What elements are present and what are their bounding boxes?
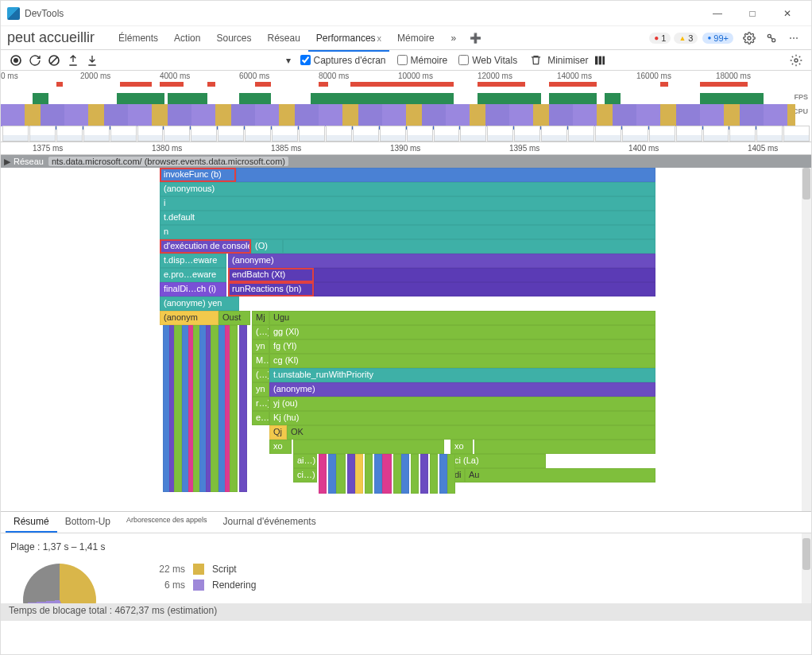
flame-bar[interactable]: (anonymous)	[160, 182, 655, 196]
tab-réseau[interactable]: Réseau	[259, 28, 307, 48]
clear-button[interactable]	[47, 53, 61, 68]
webvitals-checkbox[interactable]: Web Vitals	[458, 55, 517, 66]
filmstrip-thumb[interactable]	[756, 126, 783, 141]
filmstrip-thumb[interactable]	[783, 126, 810, 141]
kebab-menu-icon[interactable]: ⋯	[784, 29, 803, 48]
summary-scrollbar[interactable]	[802, 533, 811, 603]
filmstrip-thumb[interactable]	[622, 126, 648, 141]
filmstrip-thumb[interactable]	[29, 126, 56, 141]
flame-bar[interactable]	[293, 440, 444, 454]
flame-bar[interactable]: Au	[465, 468, 655, 483]
add-tab-button[interactable]: ➕	[466, 29, 485, 48]
filmstrip-thumb[interactable]	[2, 126, 29, 141]
filmstrip-thumb[interactable]	[299, 126, 325, 141]
record-button[interactable]	[9, 53, 23, 68]
download-button[interactable]	[85, 53, 99, 68]
filmstrip-thumb[interactable]	[407, 126, 433, 141]
flame-bar[interactable]: runReactions (bn)	[228, 282, 314, 296]
flame-bar[interactable]: fg (Yl)	[269, 339, 655, 354]
toolbar-settings-icon[interactable]	[789, 53, 803, 68]
filmstrip-thumb[interactable]	[729, 126, 756, 141]
maximize-window-button[interactable]: □	[735, 1, 770, 26]
flame-bar[interactable]: (anonyme)	[269, 382, 655, 397]
tab-action[interactable]: Action	[166, 28, 208, 48]
filmstrip-thumb[interactable]	[164, 126, 190, 141]
more-tabs-button[interactable]: »	[444, 29, 463, 48]
flame-bar[interactable]: M…	[252, 354, 269, 368]
summary-tab-3[interactable]: Journal d'événements	[215, 512, 324, 533]
filmstrip-thumb[interactable]	[703, 126, 729, 141]
minimize-window-button[interactable]: —	[700, 1, 735, 26]
flame-bar[interactable]: t.default	[160, 211, 655, 225]
flame-bar[interactable]: ci…)	[293, 468, 317, 483]
flame-bar[interactable]: (anonyme)	[228, 254, 655, 268]
overview-timeline[interactable]: 0 ms2000 ms4000 ms6000 ms8000 ms10000 ms…	[1, 71, 811, 142]
filmstrip-thumb[interactable]	[460, 126, 486, 141]
flame-bar[interactable]: finalDi…ch (i)	[160, 282, 226, 296]
filmstrip-thumb[interactable]	[541, 126, 567, 141]
flame-bar[interactable]: t.unstable_runWithPriority	[269, 368, 655, 382]
filmstrip-thumb[interactable]	[110, 126, 137, 141]
flame-bar[interactable]: Mj	[252, 311, 269, 325]
summary-tab-0[interactable]: Résumé	[6, 512, 57, 533]
filmstrip-thumb[interactable]	[649, 126, 675, 141]
minimize-label[interactable]: Minimiser	[547, 55, 588, 66]
network-row[interactable]: ▶ Réseau nts.data.microsoft.com/ (browse…	[1, 155, 811, 168]
flame-bar[interactable]: (…)	[252, 325, 269, 339]
filmstrip-thumb[interactable]	[434, 126, 460, 141]
trash-icon[interactable]	[528, 53, 543, 68]
filmstrip-thumb[interactable]	[218, 126, 244, 141]
flame-bar[interactable]: yj (ou)	[269, 397, 655, 411]
flame-bar[interactable]: d'exécution de console	[160, 239, 251, 254]
flame-bar[interactable]: t.disp…eware	[160, 254, 226, 268]
flame-bar[interactable]: cg (Kl)	[269, 354, 655, 368]
summary-tab-1[interactable]: Bottom-Up	[57, 512, 118, 533]
filmstrip-thumb[interactable]	[568, 126, 594, 141]
filmstrip-thumb[interactable]	[514, 126, 540, 141]
settings-icon[interactable]	[740, 29, 759, 48]
filmstrip-thumb[interactable]	[595, 126, 621, 141]
flame-bar[interactable]: ci (La)	[450, 454, 546, 468]
flame-bar[interactable]: (anonym	[160, 311, 218, 325]
flame-bar[interactable]: r…)	[252, 397, 269, 411]
flame-bar[interactable]: e.pro…eware	[160, 268, 226, 282]
flame-bar[interactable]: Ugu	[269, 311, 655, 325]
flame-bar[interactable]: yn	[252, 382, 269, 397]
filmstrip-thumb[interactable]	[272, 126, 298, 141]
flame-bar[interactable]	[314, 282, 655, 296]
dropdown-caret-icon[interactable]: ▾	[281, 53, 296, 68]
flame-bar[interactable]	[314, 268, 655, 282]
flame-bar[interactable]: e…	[252, 411, 269, 425]
flame-bar[interactable]: xo	[269, 440, 292, 454]
flame-bar[interactable]: yn	[252, 339, 269, 354]
flame-bar[interactable]: endBatch (Xt)	[228, 268, 314, 282]
flame-bar[interactable]: invokeFunc (b)	[160, 168, 236, 182]
flame-bar[interactable]: xo	[450, 440, 473, 454]
filmstrip-thumb[interactable]	[676, 126, 702, 141]
filmstrip-thumb[interactable]	[487, 126, 513, 141]
tab-mémoire[interactable]: Mémoire	[389, 28, 443, 48]
filmstrip-thumb[interactable]	[137, 126, 164, 141]
extras-icon[interactable]	[762, 29, 781, 48]
filmstrip-thumb[interactable]	[191, 126, 217, 141]
flame-scrollbar[interactable]	[802, 168, 811, 511]
error-count-badge[interactable]: 1	[649, 33, 671, 44]
reload-button[interactable]	[28, 53, 42, 68]
flame-bar[interactable]: (O)	[251, 239, 283, 254]
layout-icon[interactable]	[593, 53, 607, 68]
flame-bar[interactable]: Oust	[218, 311, 250, 325]
tab-sources[interactable]: Sources	[208, 28, 259, 48]
flame-bar[interactable]: i	[160, 196, 655, 211]
flame-bar[interactable]: (…)	[252, 368, 269, 382]
flame-bar[interactable]: ai…)	[293, 454, 317, 468]
filmstrip-thumb[interactable]	[56, 126, 83, 141]
summary-tab-2[interactable]: Arborescence des appels	[118, 512, 215, 533]
flame-bar[interactable]	[283, 239, 655, 254]
filmstrip-thumb[interactable]	[380, 126, 406, 141]
filmstrip-thumb[interactable]	[353, 126, 379, 141]
filmstrip-thumb[interactable]	[326, 126, 352, 141]
flame-bar[interactable]	[236, 168, 655, 182]
flame-bar[interactable]: OK	[287, 425, 655, 440]
flame-bar[interactable]	[474, 440, 655, 454]
filmstrip-thumb[interactable]	[245, 126, 271, 141]
